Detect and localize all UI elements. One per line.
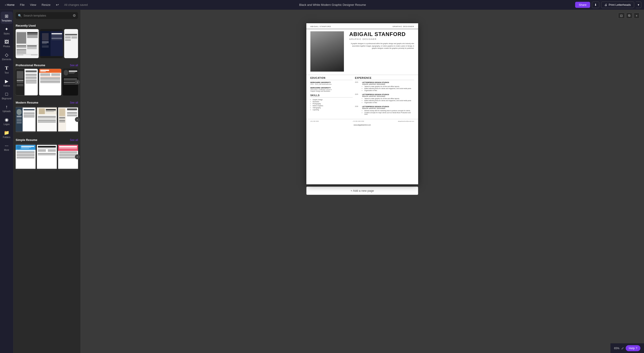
undo-button[interactable]: ↩ <box>54 1 61 8</box>
resume-name-top: ABIGAIL STANFORD <box>310 26 331 28</box>
canvas-wrap: ABIGAIL STANFORD GRAPHIC DESIGNER ABIGAI… <box>306 23 418 195</box>
professional-see-all[interactable]: See all <box>70 64 78 67</box>
svg-rect-115 <box>16 123 22 124</box>
svg-rect-142 <box>59 109 65 116</box>
svg-rect-29 <box>42 44 46 44</box>
modern-see-all[interactable]: See all <box>70 101 78 104</box>
svg-rect-136 <box>38 120 56 120</box>
skill-3: Photography <box>312 103 353 105</box>
photos-icon: 🖼 <box>4 39 9 45</box>
modern-resume-section: Modern Resume See all <box>14 101 80 136</box>
sidebar-item-templates[interactable]: ⊞ Templates <box>1 12 13 24</box>
sidebar-item-bkground[interactable]: □ Bkground <box>1 90 13 102</box>
main-layout: ⊞ Templates ✦ Styles 🖼 Photos ◇ Elements… <box>0 10 644 353</box>
svg-rect-165 <box>16 152 34 153</box>
svg-rect-13 <box>27 48 37 48</box>
exp-company-1: LETTERPRESS DESIGN STUDIOS <box>362 81 414 84</box>
home-button[interactable]: ‹ Home <box>3 2 17 8</box>
sidebar-item-logos[interactable]: ◉ Logos <box>1 115 13 127</box>
view-button[interactable]: View <box>28 2 38 8</box>
zoom-expand-button[interactable]: ⤢ <box>621 346 624 350</box>
sidebar-item-uploads[interactable]: ↑ Uploads <box>1 103 13 114</box>
sidebar-item-styles[interactable]: ✦ Styles <box>1 25 13 37</box>
svg-rect-127 <box>39 109 45 114</box>
skill-5: Videography <box>312 107 353 109</box>
simple-next-button[interactable]: › <box>75 154 80 159</box>
resize-button[interactable]: Resize <box>39 2 53 8</box>
professional-resume-header: Professional Resume See all <box>16 64 78 67</box>
exp-year-1: 2023 <box>355 81 360 92</box>
sidebar-item-more[interactable]: ··· More <box>1 141 13 153</box>
svg-rect-89 <box>40 79 60 80</box>
resume-page[interactable]: ABIGAIL STANFORD GRAPHIC DESIGNER ABIGAI… <box>306 23 418 184</box>
professional-resume-section: Professional Resume See all <box>14 64 80 98</box>
search-input[interactable] <box>24 14 71 17</box>
svg-rect-130 <box>46 111 54 112</box>
svg-rect-7 <box>16 45 38 45</box>
simple-template-1[interactable] <box>16 143 36 170</box>
modern-template-1[interactable] <box>16 106 36 133</box>
canvas-tool-copy[interactable]: ⧉ <box>626 13 632 19</box>
sidebar-item-videos[interactable]: ▶ Videos <box>1 77 13 89</box>
text-icon: T <box>5 65 8 71</box>
svg-rect-161 <box>21 147 31 148</box>
svg-rect-52 <box>65 40 71 40</box>
professional-next-button[interactable]: › <box>75 80 80 85</box>
svg-rect-98 <box>69 73 74 73</box>
simple-template-2[interactable] <box>37 143 57 170</box>
print-button[interactable]: 🖨 Print Letterheads <box>601 2 634 8</box>
svg-rect-91 <box>40 82 60 82</box>
svg-rect-4 <box>27 35 38 36</box>
sidebar-item-elements[interactable]: ◇ Elements <box>1 50 13 62</box>
sidebar-item-text[interactable]: T Text <box>1 63 13 76</box>
svg-rect-117 <box>24 111 35 111</box>
svg-rect-104 <box>64 84 77 85</box>
sidebar-item-photos[interactable]: 🖼 Photos <box>1 38 13 50</box>
exp-bullets-3: Worked closely with the marketing team t… <box>362 110 414 115</box>
simple-resume-row: › <box>16 143 78 170</box>
modern-template-olivia[interactable] <box>37 106 57 133</box>
file-button[interactable]: File <box>18 2 27 8</box>
svg-rect-179 <box>48 150 56 150</box>
resume-info-col: ABIGAIL STANFORD GRAPHIC DESIGNER A grap… <box>346 31 414 72</box>
resume-right-section: EXPERIENCE 2023 LETTERPRESS DESIGN STUDI… <box>355 77 414 117</box>
help-button[interactable]: Help ? <box>626 345 640 351</box>
svg-rect-122 <box>24 115 35 116</box>
svg-rect-35 <box>52 36 62 37</box>
canvas-tool-frame[interactable]: ⊡ <box>618 13 625 19</box>
professional-template-chad[interactable] <box>16 69 38 96</box>
recently-used-template-1[interactable] <box>16 29 39 58</box>
recently-used-template-3[interactable] <box>64 29 78 58</box>
exp-bullet-2-2: Edited editorial photos for clients and … <box>364 100 414 101</box>
filter-icon[interactable]: ⚙ <box>73 14 76 18</box>
svg-rect-80 <box>40 74 50 74</box>
add-page-button[interactable]: + Add a new page <box>306 187 418 195</box>
svg-rect-183 <box>38 153 56 154</box>
svg-rect-160 <box>21 146 34 147</box>
svg-rect-107 <box>16 109 22 115</box>
exp-detail-2: LETTERPRESS DESIGN STUDIOS SENIOR GRAPHI… <box>362 94 414 104</box>
exp-bullets-1: Tasked to make graphics for off line and… <box>362 86 414 91</box>
svg-rect-193 <box>59 153 77 154</box>
svg-rect-53 <box>65 40 71 41</box>
svg-rect-22 <box>16 55 23 55</box>
print-icon: 🖨 <box>604 3 607 7</box>
topbar: ‹ Home File View Resize ↩ All changes sa… <box>0 0 644 10</box>
download-icon: ⬇ <box>594 3 597 7</box>
professional-template-2[interactable] <box>39 69 61 96</box>
share-button[interactable]: Share <box>575 2 590 8</box>
sidebar-item-folders[interactable]: 📁 Folders <box>1 128 13 140</box>
svg-rect-33 <box>52 33 62 34</box>
modern-next-button[interactable]: › <box>75 117 80 122</box>
recently-used-template-2[interactable] <box>40 29 63 58</box>
svg-rect-124 <box>24 117 35 117</box>
svg-rect-131 <box>38 115 56 116</box>
print-more-button[interactable]: ▾ <box>636 2 641 8</box>
topbar-left: ‹ Home File View Resize ↩ All changes sa… <box>3 1 90 8</box>
download-button[interactable]: ⬇ <box>592 2 599 8</box>
simple-see-all[interactable]: See all <box>70 138 78 142</box>
simple-resume-title: Simple Resume <box>16 138 37 142</box>
edu-years-2: 2023-2024 | Certificate Course in <box>310 89 353 90</box>
education-item-2: BERKSHIRE UNIVERSITY 2023-2024 | Certifi… <box>310 87 353 92</box>
canvas-tool-add[interactable]: + <box>634 13 640 19</box>
